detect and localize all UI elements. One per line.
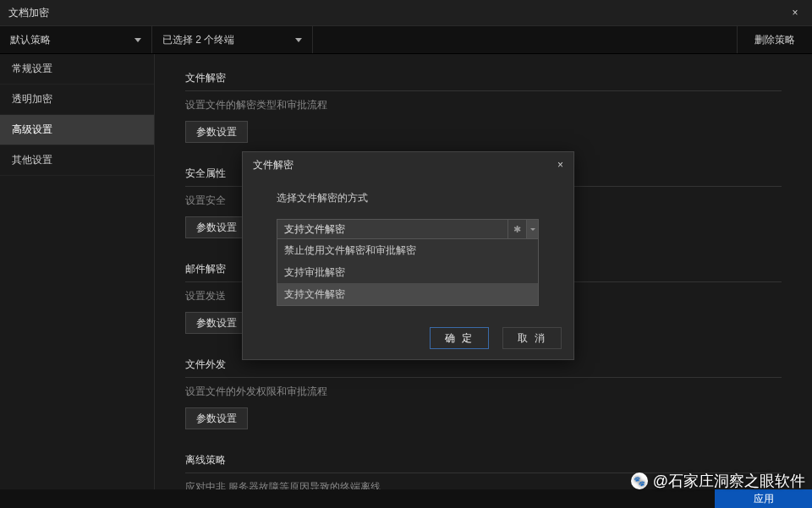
params-button[interactable]: 参数设置: [185, 216, 248, 238]
select-option[interactable]: 禁止使用文件解密和审批解密: [277, 239, 538, 261]
endpoints-dropdown-label: 已选择 2 个终端: [162, 33, 234, 47]
file-decrypt-dialog: 文件解密 × 选择文件解密的方式 支持文件解密 ✱ 禁止使用文件解密和审批解密 …: [242, 151, 574, 360]
section-file-decrypt: 文件解密 设置文件的解密类型和审批流程 参数设置: [185, 71, 782, 143]
sidebar-item-label: 高级设置: [12, 123, 52, 137]
dialog-label: 选择文件解密的方式: [277, 191, 557, 205]
decrypt-mode-select[interactable]: 支持文件解密 ✱: [277, 219, 539, 239]
dialog-body: 选择文件解密的方式 支持文件解密 ✱ 禁止使用文件解密和审批解密 支持审批解密 …: [243, 178, 573, 306]
chevron-down-icon[interactable]: [527, 219, 539, 239]
dialog-footer: 确 定 取 消: [430, 327, 562, 349]
sidebar-item-label: 透明加密: [12, 92, 52, 107]
select-option[interactable]: 支持审批解密: [277, 261, 538, 283]
toolbar-spacer: [313, 26, 737, 53]
policy-dropdown-label: 默认策略: [10, 33, 51, 47]
toolbar: 默认策略 已选择 2 个终端 删除策略: [0, 25, 812, 54]
sidebar-item-other[interactable]: 其他设置: [0, 145, 154, 176]
section-desc: 应对中非 服务器故障等原因导致的终端离线: [185, 480, 782, 489]
params-button[interactable]: 参数设置: [185, 121, 248, 143]
window-title: 文档加密: [8, 6, 49, 20]
params-button[interactable]: 参数设置: [185, 407, 248, 429]
delete-policy-label: 删除策略: [754, 33, 795, 47]
policy-dropdown[interactable]: 默认策略: [0, 26, 152, 53]
window-titlebar: 文档加密 ×: [0, 0, 812, 25]
dialog-close-button[interactable]: ×: [557, 159, 563, 171]
chevron-down-icon: [134, 38, 141, 42]
sidebar-item-advanced[interactable]: 高级设置: [0, 115, 154, 145]
sidebar-item-general[interactable]: 常规设置: [0, 54, 154, 85]
gear-icon[interactable]: ✱: [508, 219, 527, 239]
ok-button[interactable]: 确 定: [430, 327, 489, 349]
select-option[interactable]: 支持文件解密: [277, 283, 538, 305]
dialog-title: 文件解密: [253, 158, 294, 172]
delete-policy-button[interactable]: 删除策略: [737, 26, 812, 53]
select-options-list: 禁止使用文件解密和审批解密 支持审批解密 支持文件解密: [277, 239, 539, 306]
window-close-button[interactable]: ×: [787, 4, 804, 21]
params-button[interactable]: 参数设置: [185, 312, 248, 334]
dialog-header: 文件解密 ×: [243, 152, 573, 178]
cancel-button[interactable]: 取 消: [502, 327, 562, 349]
chevron-down-icon: [295, 38, 302, 42]
section-title: 离线策略: [185, 453, 782, 473]
sidebar-item-label: 其他设置: [12, 153, 52, 167]
section-title: 文件外发: [185, 358, 782, 378]
endpoints-dropdown[interactable]: 已选择 2 个终端: [152, 26, 313, 53]
sidebar: 常规设置 透明加密 高级设置 其他设置: [0, 54, 155, 489]
section-title: 文件解密: [185, 71, 782, 91]
section-file-outsend: 文件外发 设置文件的外发权限和审批流程 参数设置: [185, 358, 782, 429]
apply-button[interactable]: 应用: [715, 489, 812, 508]
footer: 应用: [0, 489, 812, 508]
sidebar-item-transparent[interactable]: 透明加密: [0, 85, 154, 115]
section-desc: 设置文件的解密类型和审批流程: [185, 98, 782, 112]
sidebar-item-label: 常规设置: [12, 62, 52, 76]
select-value: 支持文件解密: [277, 219, 508, 239]
section-desc: 设置文件的外发权限和审批流程: [185, 385, 782, 399]
section-offline-policy: 离线策略 应对中非 服务器故障等原因导致的终端离线: [185, 453, 782, 489]
